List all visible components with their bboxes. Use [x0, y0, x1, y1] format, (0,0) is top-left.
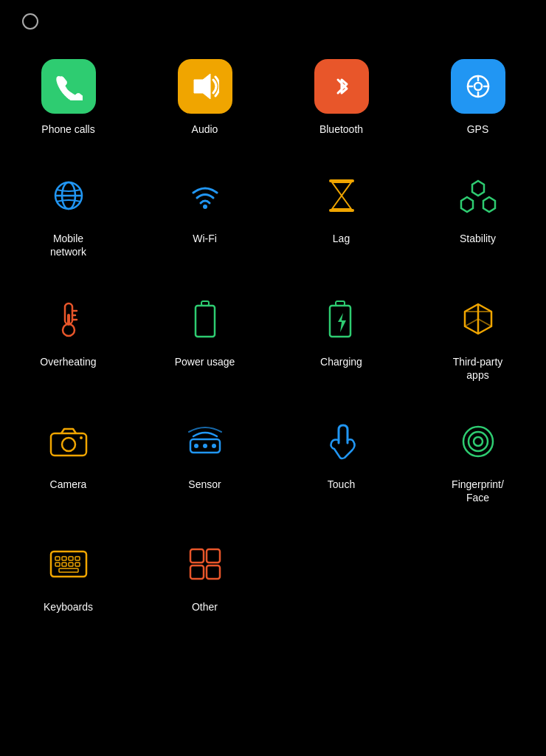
svg-rect-47 — [69, 563, 73, 566]
grid-item-audio[interactable]: Audio — [136, 44, 273, 154]
icon-wrapper-camera — [41, 414, 96, 469]
svg-marker-0 — [194, 74, 210, 99]
grid-item-touch[interactable]: Touch — [273, 399, 410, 522]
svg-point-38 — [469, 432, 488, 451]
item-label-gps: GPS — [467, 123, 489, 136]
icon-wrapper-lag — [314, 168, 369, 223]
svg-rect-48 — [75, 563, 80, 566]
grid-item-overheating[interactable]: Overheating — [0, 277, 136, 399]
item-label-lag: Lag — [333, 232, 350, 245]
item-label-fingerprint-face: Fingerprint/ Face — [452, 478, 504, 504]
header — [0, 0, 546, 37]
grid-item-bluetooth[interactable]: Bluetooth — [273, 44, 410, 154]
icon-wrapper-wifi — [178, 168, 232, 223]
icon-wrapper-charging — [314, 292, 369, 346]
svg-marker-15 — [483, 197, 495, 212]
grid-item-fingerprint-face[interactable]: Fingerprint/ Face — [410, 399, 546, 522]
svg-rect-22 — [196, 306, 215, 337]
svg-rect-25 — [336, 301, 345, 306]
icon-wrapper-stability — [451, 168, 505, 223]
grid-item-other[interactable]: Other — [136, 522, 273, 631]
grid-item-mobile-network[interactable]: Mobile network — [0, 154, 136, 276]
svg-line-29 — [478, 319, 491, 326]
svg-rect-44 — [75, 557, 80, 560]
svg-line-28 — [465, 319, 478, 326]
svg-point-17 — [63, 324, 75, 336]
item-label-sensor: Sensor — [188, 478, 221, 491]
svg-rect-42 — [62, 557, 66, 560]
grid-item-power-usage[interactable]: Power usage — [136, 277, 273, 399]
icon-wrapper-mobile-network — [41, 168, 96, 223]
svg-point-32 — [80, 436, 83, 439]
item-label-audio: Audio — [192, 123, 218, 136]
item-label-power-usage: Power usage — [175, 355, 235, 368]
svg-rect-50 — [190, 549, 204, 563]
icon-wrapper-gps — [451, 59, 505, 114]
svg-marker-13 — [472, 181, 484, 196]
svg-point-35 — [203, 444, 207, 448]
item-label-camera: Camera — [50, 478, 87, 491]
svg-point-39 — [474, 437, 483, 446]
info-icon[interactable] — [22, 13, 38, 30]
icon-wrapper-power-usage — [178, 292, 232, 346]
grid-item-camera[interactable]: Camera — [0, 399, 136, 522]
item-label-touch: Touch — [328, 478, 355, 491]
item-label-third-party-apps: Third-party apps — [453, 355, 503, 382]
grid-item-wifi[interactable]: Wi-Fi — [136, 154, 273, 276]
icon-wrapper-fingerprint-face — [451, 414, 505, 469]
icon-wrapper-overheating — [41, 292, 96, 346]
icon-wrapper-audio — [178, 59, 232, 114]
item-label-stability: Stability — [460, 232, 496, 245]
grid-item-stability[interactable]: Stability — [410, 154, 546, 276]
grid-item-third-party-apps[interactable]: Third-party apps — [410, 277, 546, 399]
svg-point-31 — [62, 438, 75, 451]
svg-marker-14 — [461, 197, 473, 212]
icon-wrapper-third-party-apps — [451, 292, 505, 346]
bug-category-grid: Phone calls Audio Bluetooth GPS Mobile n… — [0, 37, 546, 639]
svg-rect-46 — [62, 563, 66, 566]
item-label-wifi: Wi-Fi — [193, 232, 217, 245]
grid-item-keyboards[interactable]: Keyboards — [0, 522, 136, 631]
item-label-other: Other — [192, 600, 218, 614]
icon-wrapper-sensor — [178, 414, 232, 469]
svg-point-34 — [194, 444, 198, 448]
svg-point-36 — [212, 444, 216, 448]
item-label-mobile-network: Mobile network — [50, 232, 86, 258]
icon-wrapper-phone-calls — [41, 59, 96, 114]
svg-rect-23 — [201, 301, 209, 306]
svg-rect-41 — [55, 557, 60, 560]
svg-rect-45 — [55, 563, 60, 566]
grid-item-gps[interactable]: GPS — [410, 44, 546, 154]
item-label-keyboards: Keyboards — [44, 600, 93, 614]
grid-item-phone-calls[interactable]: Phone calls — [0, 44, 136, 154]
item-label-phone-calls: Phone calls — [41, 123, 94, 136]
grid-item-lag[interactable]: Lag — [273, 154, 410, 276]
svg-rect-53 — [207, 566, 220, 579]
grid-item-sensor[interactable]: Sensor — [136, 399, 273, 522]
icon-wrapper-keyboards — [41, 537, 96, 591]
item-label-bluetooth: Bluetooth — [319, 123, 363, 136]
item-label-charging: Charging — [320, 355, 362, 368]
svg-rect-52 — [190, 566, 204, 579]
grid-item-charging[interactable]: Charging — [273, 277, 410, 399]
icon-wrapper-touch — [314, 414, 369, 469]
svg-rect-49 — [59, 568, 78, 572]
item-label-overheating: Overheating — [40, 355, 96, 368]
svg-point-10 — [203, 205, 207, 209]
svg-rect-43 — [69, 557, 73, 560]
svg-point-2 — [474, 83, 482, 90]
svg-rect-51 — [207, 549, 220, 563]
icon-wrapper-other — [178, 537, 232, 591]
icon-wrapper-bluetooth — [314, 59, 369, 114]
